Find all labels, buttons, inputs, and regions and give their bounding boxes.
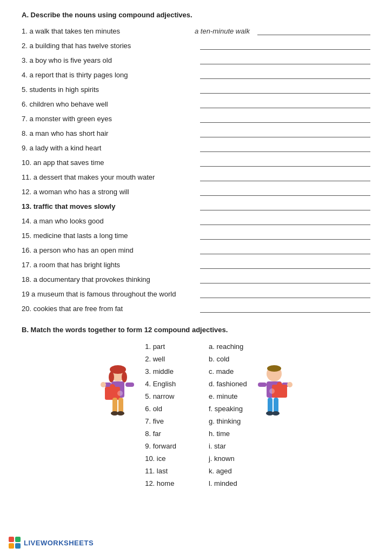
item-text: 5. students in high spirits	[22, 85, 195, 94]
match-word: fashioned	[216, 380, 247, 388]
section-b-title: B. Match the words together to form 12 c…	[22, 326, 370, 334]
match-num: 12.	[145, 479, 155, 487]
answer-line[interactable]	[200, 56, 370, 64]
answer-line[interactable]	[200, 85, 370, 94]
answer-line[interactable]	[200, 158, 370, 167]
match-right-item: a. reaching	[209, 342, 247, 351]
exercise-list-a: 1. a walk that takes ten minutesa ten-mi…	[22, 23, 370, 313]
answer-line[interactable]	[200, 143, 370, 152]
answer-line[interactable]	[200, 114, 370, 123]
answer-line[interactable]	[200, 100, 370, 108]
svg-rect-12	[118, 398, 123, 413]
answer-line[interactable]	[200, 275, 370, 283]
match-letter: i.	[209, 442, 212, 450]
answer-line[interactable]	[200, 304, 370, 313]
match-left-item: 4. English	[145, 380, 176, 388]
answer-line[interactable]	[200, 202, 370, 210]
item-text: 7. a monster with green eyes	[22, 115, 195, 123]
match-word: star	[214, 442, 226, 450]
answer-line[interactable]	[200, 231, 370, 240]
match-num: 1.	[145, 342, 151, 351]
match-left-item: 7. five	[145, 417, 176, 425]
logo-sq-3	[9, 543, 14, 549]
svg-point-23	[269, 388, 275, 394]
match-right-item: h. time	[209, 430, 247, 438]
match-num: 3.	[145, 367, 151, 375]
answer-line[interactable]	[200, 289, 370, 298]
svg-point-20	[287, 382, 293, 387]
logo-sq-2	[15, 537, 21, 542]
match-word: far	[153, 430, 161, 438]
match-word: time	[216, 430, 230, 438]
svg-rect-11	[112, 398, 117, 413]
match-right-item: d. fashioned	[209, 380, 247, 388]
svg-point-27	[272, 411, 280, 416]
match-letter: h.	[209, 430, 215, 438]
svg-rect-24	[268, 398, 273, 413]
item-text: 3. a boy who is five years old	[22, 56, 195, 64]
match-word: last	[157, 467, 168, 475]
answer-line[interactable]	[200, 260, 370, 269]
answer-line[interactable]	[200, 173, 370, 181]
match-word: speaking	[215, 405, 243, 413]
match-word: cold	[216, 355, 229, 363]
svg-point-16	[267, 365, 281, 372]
svg-point-2	[109, 372, 114, 382]
match-left-item: 1. part	[145, 342, 176, 351]
footer-logo-text: LIVEWORKSHEETS	[24, 539, 94, 547]
match-num: 6.	[145, 405, 151, 413]
item-text: 14. a man who looks good	[22, 217, 195, 225]
logo-sq-4	[15, 543, 21, 549]
match-left-item: 6. old	[145, 405, 176, 413]
footer: LIVEWORKSHEETS	[0, 537, 392, 549]
match-letter: l.	[209, 479, 212, 487]
match-letter: k.	[209, 467, 214, 475]
exercise-item: 6. children who behave well	[22, 96, 370, 108]
match-left-item: 3. middle	[145, 367, 176, 375]
exercise-item: 18. a documentary that provokes thinking	[22, 272, 370, 283]
answer-line[interactable]	[200, 246, 370, 254]
exercise-item: 5. students in high spirits	[22, 82, 370, 94]
exercise-item: 3. a boy who is five years old	[22, 52, 370, 64]
exercise-item: 13. traffic that moves slowly	[22, 199, 370, 210]
item-text: 18. a documentary that provokes thinking	[22, 275, 195, 283]
item-text: 19 a museum that is famous throughout th…	[22, 290, 195, 298]
answer-line[interactable]	[200, 216, 370, 225]
answer-line[interactable]	[200, 70, 370, 79]
exercise-item: 14. a man who looks good	[22, 213, 370, 225]
match-right-item: b. cold	[209, 355, 247, 363]
match-letter: f.	[209, 405, 212, 413]
match-container: 1. part2. well3. middle4. English5. narr…	[22, 342, 370, 492]
item-text: 17. a room that has bright lights	[22, 261, 195, 269]
svg-point-7	[101, 382, 106, 387]
match-letter: d.	[209, 380, 215, 388]
item-text: 8. a man who has short hair	[22, 129, 195, 137]
match-columns: 1. part2. well3. middle4. English5. narr…	[145, 342, 247, 492]
exercise-item: 8. a man who has short hair	[22, 126, 370, 137]
item-text: 1. a walk that takes ten minutes	[22, 27, 195, 35]
svg-point-10	[117, 391, 123, 396]
answer-line[interactable]	[200, 187, 370, 196]
section-a: A. Describe the nouns using compound adj…	[22, 11, 370, 313]
answer-line[interactable]	[257, 27, 370, 35]
match-right-item: g. thinking	[209, 417, 247, 425]
exercise-item: 17. a room that has bright lights	[22, 257, 370, 269]
svg-point-3	[122, 372, 127, 382]
answer-line[interactable]	[200, 41, 370, 50]
match-letter: c.	[209, 367, 214, 375]
figure-right	[253, 364, 296, 436]
match-word: old	[153, 405, 162, 413]
item-text: 12. a woman who has a strong will	[22, 188, 195, 196]
match-num: 10.	[145, 454, 155, 463]
svg-rect-6	[125, 382, 134, 387]
match-col-right: a. reachingb. coldc. maded. fashionede. …	[209, 342, 247, 492]
item-text: 15. medicine that lasts a long time	[22, 232, 195, 240]
svg-point-9	[110, 384, 115, 390]
match-word: narrow	[153, 392, 175, 400]
exercise-item: 9. a lady with a kind heart	[22, 140, 370, 152]
answer-line[interactable]	[200, 129, 370, 137]
exercise-item: 19 a museum that is famous throughout th…	[22, 286, 370, 298]
item-text: 6. children who behave well	[22, 100, 195, 108]
match-word: minded	[214, 479, 237, 487]
match-num: 9.	[145, 442, 151, 450]
